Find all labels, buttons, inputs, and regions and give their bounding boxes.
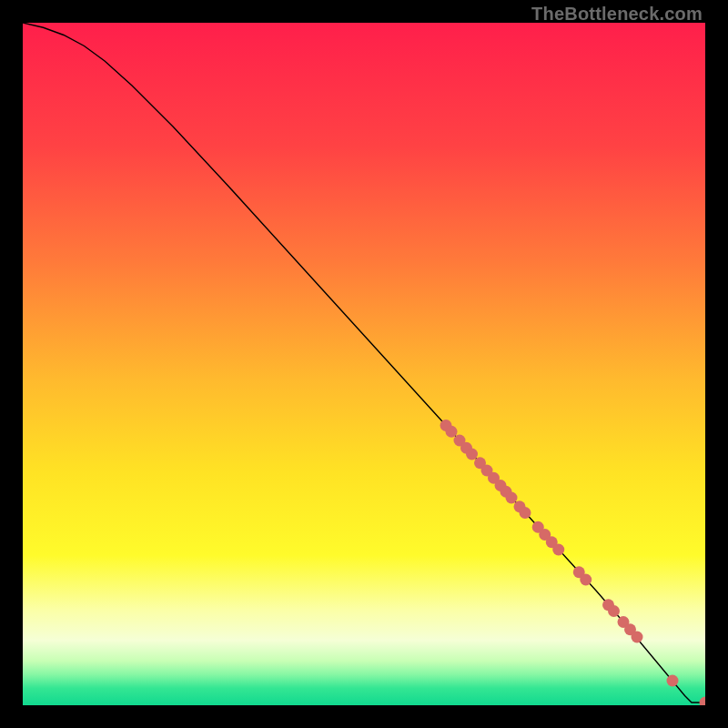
data-point [667,675,679,687]
plot-area [23,23,705,705]
chart-container: TheBottleneck.com [0,0,728,728]
watermark-label: TheBottleneck.com [531,4,703,25]
data-point [552,544,564,556]
data-point [446,426,458,438]
data-point [506,492,518,504]
data-point [466,449,478,460]
data-point [608,605,620,617]
data-point [632,632,643,643]
chart-svg [23,23,705,705]
data-point [580,574,592,586]
data-point [520,507,531,519]
